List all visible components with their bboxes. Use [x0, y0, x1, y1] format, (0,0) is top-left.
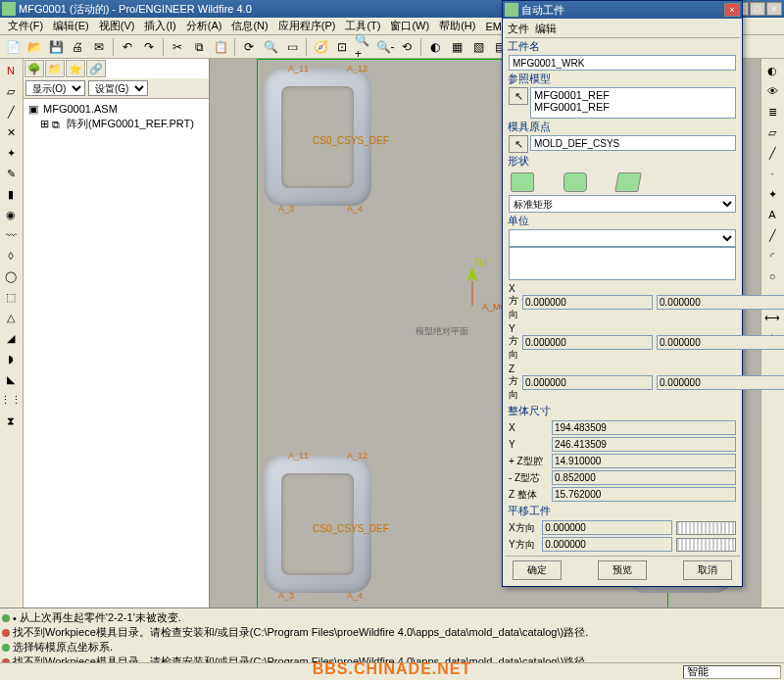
ydir-field-1[interactable]	[522, 335, 653, 350]
datum-axis-icon[interactable]: ╱	[1, 102, 21, 121]
zoom-in-icon[interactable]: 🔍+	[354, 37, 373, 57]
open-icon[interactable]: 📂	[24, 37, 44, 57]
shift-y-slider[interactable]	[676, 538, 736, 552]
menu-insert[interactable]: 插入(I)	[139, 18, 180, 34]
circle-icon[interactable]: ○	[762, 267, 782, 286]
sweep-icon[interactable]: 〰	[1, 225, 21, 245]
view-refit-icon[interactable]: ⊡	[332, 37, 352, 57]
display-combo[interactable]: 显示(O)	[25, 80, 85, 96]
blend-icon[interactable]: ◊	[1, 246, 21, 266]
x-size-field[interactable]	[552, 420, 736, 435]
preview-button[interactable]: 预览	[598, 560, 647, 580]
repaint-icon[interactable]: ⟲	[397, 37, 416, 57]
zdir-field-1[interactable]	[522, 375, 653, 390]
datum-plane-icon[interactable]: ▱	[1, 81, 21, 101]
paste-icon[interactable]: 📋	[211, 37, 230, 57]
ref-item-1[interactable]: MFG0001_REF	[534, 89, 732, 101]
cancel-button[interactable]: 取消	[683, 560, 732, 580]
new-feat-icon[interactable]: N	[1, 61, 21, 80]
zcav-field[interactable]	[552, 454, 736, 468]
select-icon[interactable]: ▭	[282, 37, 302, 57]
tree-root[interactable]: ▣ MFG0001.ASM	[26, 102, 206, 116]
zcore-field[interactable]	[552, 470, 736, 485]
datum-point-icon[interactable]: ✕	[1, 122, 21, 142]
ztotal-field[interactable]	[552, 487, 736, 502]
tab-fav-icon[interactable]: ⭐	[66, 60, 85, 77]
tab-tree-icon[interactable]: 🌳	[24, 60, 44, 77]
menu-view[interactable]: 视图(V)	[94, 18, 140, 34]
arc-icon[interactable]: ◜	[762, 246, 782, 266]
close-button[interactable]: ×	[766, 2, 782, 16]
xdir-field-1[interactable]	[522, 295, 653, 310]
menu-file[interactable]: 文件(F)	[3, 18, 48, 34]
menu-apps[interactable]: 应用程序(P)	[273, 18, 341, 34]
pick-ref-button[interactable]: ↖	[509, 87, 528, 105]
ok-button[interactable]: 确定	[513, 560, 562, 580]
shape-prism-button[interactable]	[614, 172, 642, 192]
unit-select[interactable]	[509, 229, 736, 247]
view-spin-icon[interactable]: 🧭	[311, 37, 330, 57]
selection-filter[interactable]	[683, 665, 781, 679]
mirror-icon[interactable]: ⧗	[1, 411, 21, 430]
cut-icon[interactable]: ✂	[168, 37, 187, 57]
tree-content[interactable]: ▣ MFG0001.ASM ⊞ ⧉ 阵列(MFG0001_REF.PRT)	[24, 99, 209, 607]
unit-text[interactable]	[509, 247, 736, 280]
ref-item-2[interactable]: MFG0001_REF	[534, 101, 732, 113]
chamfer-icon[interactable]: ◣	[1, 369, 21, 389]
round-icon[interactable]: ◗	[1, 349, 21, 368]
save-icon[interactable]: 💾	[46, 37, 66, 57]
dim-icon[interactable]: ⟷	[762, 308, 782, 327]
pattern-icon[interactable]: ⋮⋮	[1, 390, 21, 410]
undo-icon[interactable]: ↶	[118, 37, 137, 57]
dlg-menu-edit[interactable]: 编辑	[535, 22, 557, 36]
ydir-field-2[interactable]	[657, 335, 784, 350]
axis-disp-icon[interactable]: ╱	[762, 143, 782, 163]
regen-icon[interactable]: ⟳	[239, 37, 259, 57]
find-icon[interactable]: 🔍	[261, 37, 280, 57]
layer-icon[interactable]: ≣	[762, 102, 782, 121]
expand-icon[interactable]: ⊞	[40, 118, 49, 130]
shift-y-field[interactable]	[542, 537, 672, 552]
shift-x-field[interactable]	[542, 520, 672, 535]
redo-icon[interactable]: ↷	[139, 37, 159, 57]
menu-info[interactable]: 信息(N)	[226, 18, 272, 34]
zoom-out-icon[interactable]: 🔍-	[375, 37, 395, 57]
wireframe-icon[interactable]: ▦	[447, 37, 466, 57]
revolve-icon[interactable]: ◉	[1, 205, 21, 224]
y-size-field[interactable]	[552, 437, 736, 452]
origin-field[interactable]	[530, 135, 736, 151]
saved-view-icon[interactable]: 👁	[762, 81, 782, 101]
menu-help[interactable]: 帮助(H)	[434, 18, 480, 34]
pick-origin-button[interactable]: ↖	[509, 135, 528, 153]
shell-icon[interactable]: ⬚	[1, 287, 21, 307]
menu-tools[interactable]: 工具(T)	[340, 18, 385, 34]
annot-disp-icon[interactable]: A	[762, 205, 782, 224]
shape-select[interactable]: 标准矩形	[509, 195, 736, 213]
xdir-field-2[interactable]	[657, 295, 784, 310]
rib-icon[interactable]: △	[1, 308, 21, 327]
disp-style-icon[interactable]: ◐	[762, 61, 782, 80]
menu-analysis[interactable]: 分析(A)	[181, 18, 227, 34]
shape-rect-button[interactable]	[511, 172, 534, 192]
sketch-icon[interactable]: ✎	[1, 164, 21, 183]
wkname-field[interactable]	[509, 55, 736, 71]
hole-icon[interactable]: ◯	[1, 267, 21, 286]
hidden-icon[interactable]: ▧	[468, 37, 488, 57]
shape-roundrect-button[interactable]	[564, 172, 587, 192]
datum-csys-icon[interactable]: ✦	[1, 143, 21, 163]
refmodel-list[interactable]: MFG0001_REF MFG0001_REF	[530, 87, 736, 119]
copy-icon[interactable]: ⧉	[189, 37, 209, 57]
dlg-menu-file[interactable]: 文件	[508, 22, 529, 36]
plane-disp-icon[interactable]: ▱	[762, 122, 782, 142]
shift-x-slider[interactable]	[676, 521, 736, 535]
maximize-button[interactable]: □	[750, 2, 765, 16]
mail-icon[interactable]: ✉	[89, 37, 109, 57]
point-disp-icon[interactable]: ·	[762, 164, 782, 183]
tab-folder-icon[interactable]: 📁	[45, 60, 65, 77]
draft-icon[interactable]: ◢	[1, 328, 21, 348]
setup-combo[interactable]: 设置(G)	[88, 80, 148, 96]
extrude-icon[interactable]: ▮	[1, 184, 21, 204]
tab-conn-icon[interactable]: 🔗	[86, 60, 106, 77]
csys-disp-icon[interactable]: ✦	[762, 184, 782, 204]
menu-window[interactable]: 窗口(W)	[385, 18, 434, 34]
